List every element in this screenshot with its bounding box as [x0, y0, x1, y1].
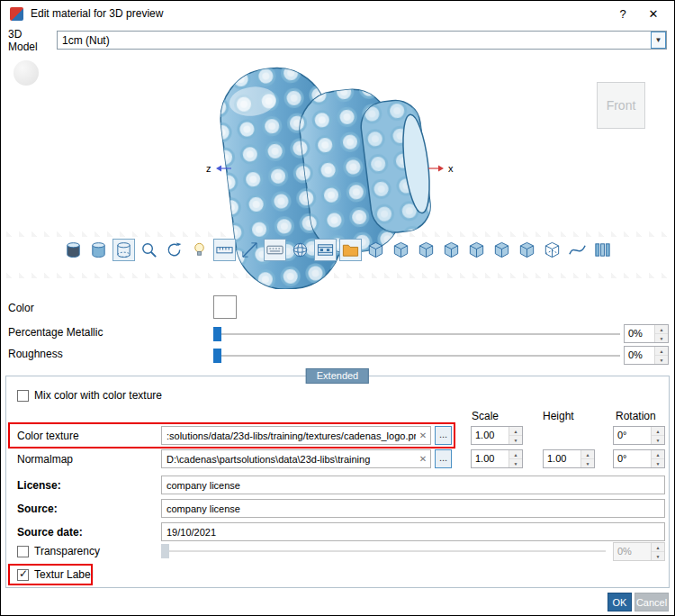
- slider-handle[interactable]: [161, 544, 169, 558]
- spin-up-icon[interactable]: ▲: [652, 427, 664, 436]
- clear-icon[interactable]: ✕: [416, 454, 430, 464]
- spin-up-icon[interactable]: ▲: [509, 427, 522, 436]
- dropdown-arrow-icon[interactable]: ▼: [651, 32, 666, 49]
- cylinder-wireframe-icon[interactable]: [112, 239, 135, 261]
- slider-handle[interactable]: [213, 327, 221, 341]
- close-button[interactable]: ✕: [642, 7, 665, 21]
- color-label: Color: [8, 302, 34, 314]
- wireframe-view-icon[interactable]: [541, 239, 563, 261]
- normalmap-input[interactable]: D:\cadenas\partsolutions\data\23d-libs\t…: [161, 449, 431, 468]
- spin-up-icon[interactable]: ▲: [652, 543, 664, 552]
- source-value: company license: [162, 503, 664, 514]
- color-texture-rotation-spinner[interactable]: 0° ▲▼: [613, 426, 665, 445]
- transparency-value: 0%: [614, 543, 651, 560]
- normalmap-height-value: 1.00: [544, 450, 580, 467]
- spin-down-icon[interactable]: ▼: [509, 459, 522, 467]
- ok-button[interactable]: OK: [608, 593, 632, 611]
- license-value: company license: [162, 480, 664, 491]
- tab-extended[interactable]: Extended: [306, 368, 369, 384]
- mix-color-checkbox-row[interactable]: Mix color with color texture: [17, 389, 162, 402]
- keyboard-icon[interactable]: [264, 239, 286, 261]
- cylinder-shaded-icon[interactable]: [87, 239, 110, 261]
- axis-x-arrow-icon: [428, 164, 446, 173]
- color-swatch[interactable]: [213, 295, 237, 319]
- mix-color-checkbox[interactable]: [17, 390, 29, 402]
- view-back-icon[interactable]: [440, 239, 463, 261]
- roughness-label: Roughness: [8, 348, 63, 360]
- cylinder-solid-icon[interactable]: [62, 239, 85, 261]
- spin-down-icon[interactable]: ▼: [509, 436, 522, 444]
- normalmap-height-spinner[interactable]: 1.00 ▲▼: [543, 449, 595, 468]
- animation-icon[interactable]: [314, 239, 337, 261]
- license-label: License:: [17, 479, 61, 492]
- help-button[interactable]: ?: [611, 7, 634, 21]
- transparency-checkbox[interactable]: [17, 546, 29, 557]
- normalmap-label: Normalmap: [17, 453, 73, 466]
- curve-icon[interactable]: [566, 239, 589, 261]
- model-label: 3D Model: [8, 28, 50, 53]
- spin-up-icon[interactable]: ▲: [581, 450, 594, 459]
- view-bottom-icon[interactable]: [490, 239, 513, 261]
- cancel-button[interactable]: Cancel: [634, 593, 669, 611]
- front-view-button[interactable]: Front: [597, 82, 645, 129]
- spin-down-icon[interactable]: ▼: [581, 459, 594, 467]
- spin-up-icon[interactable]: ▲: [655, 325, 668, 334]
- view-top-icon[interactable]: [465, 239, 488, 261]
- app-logo-icon: [10, 7, 23, 21]
- spin-down-icon[interactable]: ▼: [652, 459, 664, 467]
- textur-label-checkbox-row[interactable]: Textur Label: [17, 568, 93, 581]
- color-texture-browse-button[interactable]: ...: [435, 426, 452, 445]
- normalmap-scale-spinner[interactable]: 1.00 ▲▼: [471, 449, 523, 468]
- spin-up-icon[interactable]: ▲: [652, 450, 664, 459]
- roughness-spinner[interactable]: 0% ▲▼: [624, 346, 669, 365]
- source-date-input[interactable]: 19/10/2021: [161, 522, 665, 541]
- titlebar: Edit material for 3D preview ? ✕: [1, 1, 674, 26]
- view-toolbar: [62, 239, 614, 261]
- spin-down-icon[interactable]: ▼: [655, 356, 668, 364]
- normalmap-path: D:\cadenas\partsolutions\data\23d-libs\t…: [162, 454, 416, 465]
- texture-icon[interactable]: [339, 239, 362, 261]
- color-texture-input[interactable]: :solutions/data/23d-libs/training/textur…: [161, 426, 431, 445]
- color-texture-scale-value: 1.00: [472, 427, 508, 444]
- transparency-checkbox-row[interactable]: Transparency: [17, 545, 100, 557]
- 3d-viewport[interactable]: z x Front: [6, 55, 670, 291]
- spin-up-icon[interactable]: ▲: [655, 347, 668, 356]
- metallic-spinner[interactable]: 0% ▲▼: [624, 324, 669, 343]
- rotate-view-icon[interactable]: [163, 239, 185, 261]
- transparency-slider[interactable]: [161, 544, 606, 558]
- light-icon[interactable]: [188, 239, 211, 261]
- color-texture-scale-spinner[interactable]: 1.00 ▲▼: [471, 426, 523, 445]
- view-front-icon[interactable]: [415, 239, 437, 261]
- slider-groove: [213, 333, 620, 335]
- transparency-spinner[interactable]: 0% ▲▼: [613, 542, 665, 561]
- zoom-icon[interactable]: [138, 239, 160, 261]
- color-texture-label: Color texture: [17, 430, 79, 442]
- license-input[interactable]: company license: [161, 476, 665, 494]
- column-scale: Scale: [472, 410, 499, 422]
- mix-color-label: Mix color with color texture: [34, 389, 162, 402]
- source-date-value: 19/10/2021: [162, 527, 664, 538]
- normalmap-browse-button[interactable]: ...: [435, 449, 452, 468]
- measurement-icon[interactable]: [238, 239, 261, 261]
- model-select[interactable]: 1cm (Nut) ▼: [57, 31, 667, 50]
- axis-x: x: [428, 163, 454, 174]
- clear-icon[interactable]: ✕: [416, 430, 430, 440]
- mesh-icon[interactable]: [289, 239, 311, 261]
- clipping-icon[interactable]: [213, 239, 236, 261]
- slider-handle[interactable]: [213, 349, 221, 363]
- spin-down-icon[interactable]: ▼: [655, 334, 668, 342]
- source-input[interactable]: company license: [161, 499, 665, 518]
- view-iso-icon[interactable]: [516, 239, 538, 261]
- view-left-icon[interactable]: [364, 239, 387, 261]
- normalmap-rotation-spinner[interactable]: 0° ▲▼: [613, 449, 665, 468]
- metallic-value: 0%: [625, 325, 654, 342]
- orbit-sphere-icon[interactable]: [14, 60, 39, 86]
- spin-down-icon[interactable]: ▼: [652, 436, 664, 444]
- textur-label-checkbox[interactable]: [17, 569, 29, 581]
- roughness-slider[interactable]: [213, 349, 620, 363]
- exploded-view-icon[interactable]: [591, 239, 614, 261]
- metallic-slider[interactable]: [213, 327, 620, 341]
- view-right-icon[interactable]: [390, 239, 412, 261]
- spin-up-icon[interactable]: ▲: [509, 450, 522, 459]
- spin-down-icon[interactable]: ▼: [652, 552, 664, 560]
